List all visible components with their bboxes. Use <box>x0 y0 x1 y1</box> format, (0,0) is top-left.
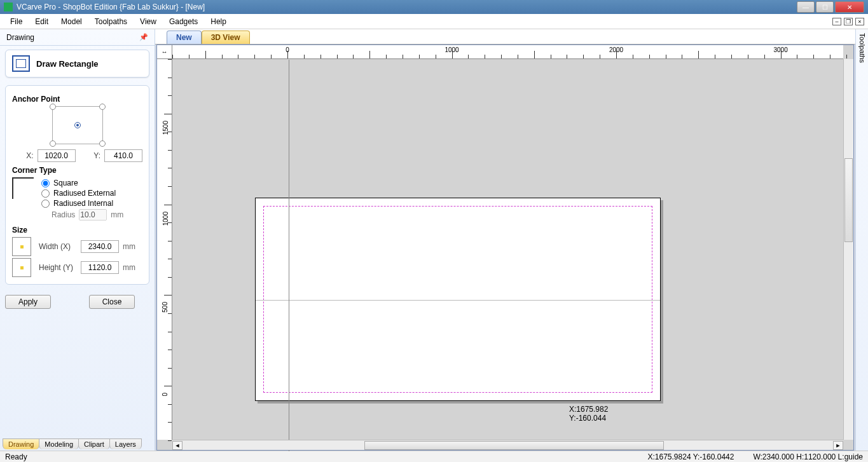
view-tab-new[interactable]: New <box>167 31 202 44</box>
design-view[interactable]: X:1675.982 Y:-160.044 <box>172 59 843 440</box>
corner-type-label: Corner Type <box>12 166 142 175</box>
width-label: Width (X) <box>39 242 77 251</box>
apply-button[interactable]: Apply <box>5 295 51 309</box>
corner-ext-radio[interactable] <box>41 189 50 198</box>
tab-layers[interactable]: Layers <box>109 438 142 449</box>
menu-view[interactable]: View <box>134 16 163 27</box>
menu-gadgets[interactable]: Gadgets <box>163 16 204 27</box>
radius-unit: mm <box>111 210 123 219</box>
anchor-label: Anchor Point <box>12 95 142 104</box>
tool-header: Draw Rectangle <box>5 50 149 78</box>
tab-clipart[interactable]: Clipart <box>78 438 110 449</box>
size-label: Size <box>12 226 142 234</box>
guide-vertical <box>289 60 289 451</box>
corner-preview-icon <box>12 177 34 199</box>
tab-drawing[interactable]: Drawing <box>3 438 39 449</box>
width-input[interactable] <box>81 240 119 253</box>
menu-file[interactable]: File <box>4 16 29 27</box>
drawing-panel: Drawing 📌 Draw Rectangle Anchor Point X:… <box>0 29 155 451</box>
hscroll-thumb[interactable] <box>364 441 664 450</box>
status-ready: Ready <box>5 452 27 461</box>
corner-int-radio[interactable] <box>41 200 50 208</box>
y-label: Y: <box>79 151 101 160</box>
menu-toolpaths[interactable]: Toolpaths <box>88 16 134 27</box>
height-unit: mm <box>123 263 135 272</box>
corner-ext-label: Radiused External <box>53 189 116 198</box>
panel-bottom-tabs: Drawing Modeling Clipart Layers <box>0 438 155 451</box>
radius-input <box>79 209 107 221</box>
view-tab-3d[interactable]: 3D View <box>202 31 250 44</box>
corner-square-label: Square <box>53 179 78 187</box>
x-label: X: <box>12 151 34 160</box>
width-unit: mm <box>123 242 135 251</box>
toolpaths-label: Toolpaths <box>858 29 866 63</box>
tab-modeling[interactable]: Modeling <box>39 438 79 449</box>
ruler-origin[interactable]: ↔ <box>157 45 172 59</box>
anchor-top-right[interactable] <box>99 104 106 110</box>
vertical-scrollbar[interactable] <box>843 59 853 440</box>
pin-icon[interactable]: 📌 <box>139 33 148 41</box>
anchor-section: Anchor Point X: Y: Corner Type Square Ra… <box>5 85 149 285</box>
mdi-minimize-icon[interactable]: – <box>832 18 841 25</box>
height-label: Height (Y) <box>39 263 77 272</box>
rectangle-icon <box>12 55 30 72</box>
mdi-close-icon[interactable]: × <box>855 18 864 25</box>
status-xy: X:1675.9824 Y:-160.0442 <box>648 452 734 461</box>
horizontal-ruler[interactable]: 0100020003000 <box>172 45 843 59</box>
window-title: VCarve Pro - ShopBot Edition {Fab Lab Su… <box>17 3 796 11</box>
cursor-x: X:1675.982 <box>569 405 608 414</box>
close-button[interactable]: ✕ <box>835 1 864 13</box>
menu-help[interactable]: Help <box>204 16 233 27</box>
anchor-center[interactable] <box>74 122 81 128</box>
minimize-button[interactable]: — <box>797 1 815 13</box>
status-bar: Ready X:1675.9824 Y:-160.0442 W:2340.000… <box>0 451 868 462</box>
height-input[interactable] <box>81 261 119 274</box>
corner-square-radio[interactable] <box>41 179 50 187</box>
height-icon[interactable] <box>12 258 31 277</box>
radius-label: Radius <box>52 210 75 219</box>
anchor-bottom-right[interactable] <box>99 140 106 147</box>
close-panel-button[interactable]: Close <box>89 295 135 309</box>
scroll-right-icon[interactable]: ► <box>833 441 843 450</box>
menu-edit[interactable]: Edit <box>29 16 55 27</box>
y-input[interactable] <box>104 149 142 162</box>
material-rectangle[interactable] <box>255 198 661 401</box>
toolpaths-panel-collapsed[interactable]: Toolpaths <box>855 29 868 451</box>
anchor-bottom-left[interactable] <box>50 140 56 147</box>
title-bar: VCarve Pro - ShopBot Edition {Fab Lab Su… <box>0 0 868 14</box>
mdi-restore-icon[interactable]: ❐ <box>844 18 853 25</box>
anchor-grid[interactable] <box>52 106 103 144</box>
app-icon <box>4 3 13 11</box>
panel-title: Drawing <box>6 33 34 42</box>
menu-model[interactable]: Model <box>55 16 88 27</box>
cursor-y: Y:-160.044 <box>569 414 608 423</box>
cursor-readout: X:1675.982 Y:-160.044 <box>569 405 608 423</box>
tool-title: Draw Rectangle <box>36 59 99 69</box>
scroll-left-icon[interactable]: ◄ <box>172 441 183 450</box>
x-input[interactable] <box>38 149 76 162</box>
horizontal-scrollbar[interactable]: ◄ ► <box>172 440 843 450</box>
guide-horizontal <box>256 300 660 301</box>
vscroll-thumb[interactable] <box>844 158 853 242</box>
corner-int-label: Radiused Internal <box>53 199 113 208</box>
selection-marquee <box>263 206 652 393</box>
maximize-button[interactable]: ☐ <box>816 1 834 13</box>
canvas-area: New 3D View ↔ 0100020003000 050010001500… <box>155 29 855 451</box>
width-icon[interactable] <box>12 237 31 256</box>
menu-bar: File Edit Model Toolpaths View Gadgets H… <box>0 14 868 29</box>
anchor-top-left[interactable] <box>50 104 56 110</box>
status-dims: W:2340.000 H:1120.000 L:guide <box>753 452 863 461</box>
vertical-ruler[interactable]: 050010001500 <box>157 59 172 440</box>
